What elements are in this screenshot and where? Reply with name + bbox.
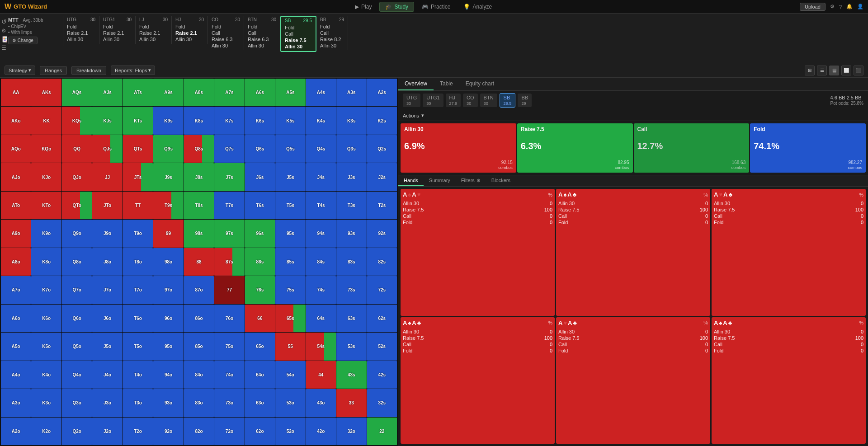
actions-dropdown[interactable]: Actions ▾ (403, 113, 863, 118)
matrix-cell-54s[interactable]: 54s (306, 333, 336, 360)
matrix-cell-Q2o[interactable]: Q2o (62, 418, 92, 445)
matrix-cell-65s[interactable]: 65s (275, 305, 305, 332)
matrix-cell-J7o[interactable]: J7o (92, 276, 122, 304)
matrix-cell-Q5o[interactable]: Q5o (62, 333, 92, 360)
matrix-cell-K8s[interactable]: K8s (184, 107, 214, 134)
matrix-cell-66[interactable]: 66 (245, 305, 275, 332)
matrix-cell-K6s[interactable]: K6s (245, 107, 275, 134)
matrix-cell-KJo[interactable]: KJo (31, 163, 61, 191)
matrix-cell-J9o[interactable]: J9o (92, 220, 122, 247)
matrix-cell-53o[interactable]: 53o (275, 389, 305, 417)
matrix-cell-K9s[interactable]: K9s (153, 107, 183, 134)
matrix-cell-KQo[interactable]: KQo (31, 135, 61, 163)
strategy-dropdown[interactable]: Strategy ▾ (5, 66, 35, 75)
refresh-icon[interactable]: ↺ (1, 18, 8, 25)
matrix-cell-A7o[interactable]: A7o (1, 276, 31, 304)
matrix-cell-74s[interactable]: 74s (306, 276, 336, 304)
matrix-cell-K8o[interactable]: K8o (31, 248, 61, 276)
tab-equity-chart[interactable]: Equity chart (459, 78, 500, 90)
matrix-cell-74o[interactable]: 74o (214, 361, 244, 389)
view-btn-2[interactable]: ☰ (817, 66, 827, 75)
matrix-cell-87o[interactable]: 87o (184, 276, 214, 304)
matrix-cell-Q4s[interactable]: Q4s (306, 135, 336, 163)
matrix-cell-JTs[interactable]: JTs (123, 163, 153, 191)
matrix-cell-A4s[interactable]: A4s (306, 79, 336, 106)
matrix-cell-85s[interactable]: 85s (275, 248, 305, 276)
matrix-cell-AKo[interactable]: AKo (1, 107, 31, 134)
change-button[interactable]: ⚙ Change (8, 37, 38, 44)
matrix-cell-A9o[interactable]: A9o (1, 220, 31, 247)
matrix-cell-J2o[interactable]: J2o (92, 418, 122, 445)
matrix-cell-95s[interactable]: 95s (275, 220, 305, 247)
matrix-cell-A5o[interactable]: A5o (1, 333, 31, 360)
matrix-cell-75s[interactable]: 75s (275, 276, 305, 304)
btn-call[interactable]: Call (248, 30, 276, 36)
matrix-cell-KQs[interactable]: KQs (62, 107, 92, 134)
matrix-cell-84s[interactable]: 84s (306, 248, 336, 276)
matrix-cell-A9s[interactable]: A9s (153, 79, 183, 106)
matrix-cell-Q7s[interactable]: Q7s (214, 135, 244, 163)
matrix-cell-72s[interactable]: 72s (367, 276, 397, 304)
matrix-cell-QQ[interactable]: QQ (62, 135, 92, 163)
matrix-cell-J5o[interactable]: J5o (92, 333, 122, 360)
matrix-cell-T7o[interactable]: T7o (123, 276, 153, 304)
settings2-icon[interactable]: ⚙ (1, 28, 8, 34)
matrix-cell-92s[interactable]: 92s (367, 220, 397, 247)
ov-pos-bb[interactable]: BB29 (518, 94, 532, 107)
bb-allin[interactable]: Allin 30 (320, 42, 344, 49)
matrix-cell-A6o[interactable]: A6o (1, 305, 31, 332)
hj-fold[interactable]: Fold (175, 23, 204, 30)
view-btn-4[interactable]: ⬜ (841, 66, 851, 75)
hand-card-1[interactable]: A♠A♣ % Allin 300 Raise 7.5100 Call0 Fold… (556, 189, 710, 316)
matrix-cell-83s[interactable]: 83s (336, 248, 366, 276)
matrix-cell-J2s[interactable]: J2s (367, 163, 397, 191)
matrix-cell-KTo[interactable]: KTo (31, 192, 61, 219)
matrix-cell-63s[interactable]: 63s (336, 305, 366, 332)
tab-blockers[interactable]: Blockers (486, 175, 516, 186)
matrix-cell-K2o[interactable]: K2o (31, 418, 61, 445)
matrix-cell-J9s[interactable]: J9s (153, 163, 183, 191)
matrix-cell-KK[interactable]: KK (31, 107, 61, 134)
hand-card-2[interactable]: A♥A♣ % Allin 300 Raise 7.5100 Call0 Fold… (712, 189, 866, 316)
utg1-raise21[interactable]: Raise 2.1 (103, 30, 132, 36)
lj-raise21[interactable]: Raise 2.1 (139, 30, 168, 36)
view-btn-1[interactable]: ⊞ (805, 66, 815, 75)
matrix-cell-32s[interactable]: 32s (367, 389, 397, 417)
btn-fold[interactable]: Fold (248, 23, 276, 30)
matrix-cell-42s[interactable]: 42s (367, 361, 397, 389)
matrix-cell-43o[interactable]: 43o (306, 389, 336, 417)
matrix-cell-K3o[interactable]: K3o (31, 389, 61, 417)
sb-fold[interactable]: Fold (285, 24, 312, 31)
matrix-cell-62o[interactable]: 62o (245, 418, 275, 445)
matrix-cell-82s[interactable]: 82s (367, 248, 397, 276)
matrix-cell-K5o[interactable]: K5o (31, 333, 61, 360)
help-icon[interactable]: ? (839, 4, 842, 9)
ov-pos-hj[interactable]: HJ27.9 (446, 94, 461, 107)
matrix-cell-K6o[interactable]: K6o (31, 305, 61, 332)
hand-card-4[interactable]: A♥A♣ % Allin 300 Raise 7.5100 Call0 Fold… (556, 317, 710, 444)
matrix-cell-53s[interactable]: 53s (336, 333, 366, 360)
matrix-cell-86s[interactable]: 86s (245, 248, 275, 276)
co-allin[interactable]: Allin 30 (212, 42, 240, 49)
matrix-cell-ATs[interactable]: ATs (123, 79, 153, 106)
settings-icon[interactable]: ⚙ (830, 4, 835, 9)
matrix-cell-22[interactable]: 22 (367, 418, 397, 445)
matrix-cell-QJs[interactable]: QJs (92, 135, 122, 163)
view-btn-3[interactable]: ▤ (829, 66, 839, 75)
hj-allin[interactable]: Allin 30 (175, 36, 204, 42)
nav-practice[interactable]: 🎮 Practice (416, 2, 456, 12)
matrix-cell-A4o[interactable]: A4o (1, 361, 31, 389)
utg-fold[interactable]: Fold (67, 23, 95, 30)
matrix-cell-KTs[interactable]: KTs (123, 107, 153, 134)
hand-card-0[interactable]: A♠A♥ % Allin 300 Raise 7.5100 Call0 Fold… (401, 189, 555, 316)
matrix-cell-Q9o[interactable]: Q9o (62, 220, 92, 247)
matrix-cell-Q6o[interactable]: Q6o (62, 305, 92, 332)
matrix-cell-A8s[interactable]: A8s (184, 79, 214, 106)
matrix-cell-T9s[interactable]: T9s (153, 192, 183, 219)
matrix-cell-T4s[interactable]: T4s (306, 192, 336, 219)
sb-call[interactable]: Call (285, 31, 312, 37)
matrix-cell-JJ[interactable]: JJ (92, 163, 122, 191)
matrix-cell-94s[interactable]: 94s (306, 220, 336, 247)
matrix-cell-86o[interactable]: 86o (184, 305, 214, 332)
utg1-allin[interactable]: Allin 30 (103, 36, 132, 42)
